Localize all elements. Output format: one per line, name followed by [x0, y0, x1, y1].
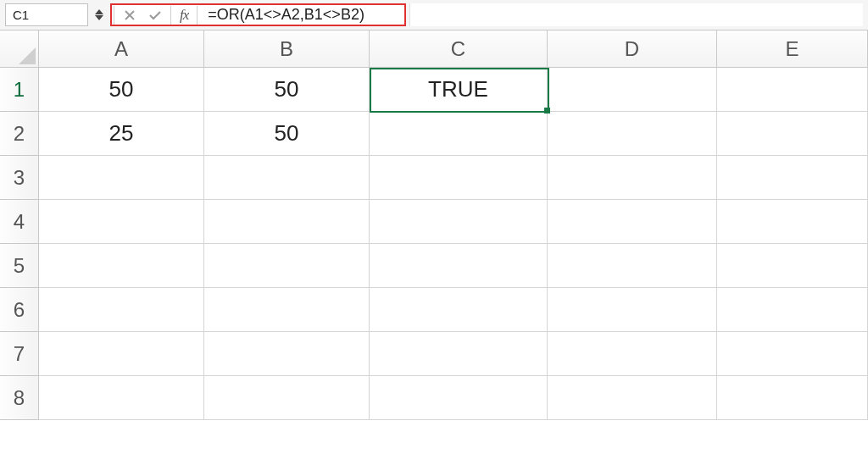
cell-B7[interactable]: [204, 332, 370, 376]
chevron-down-icon: [95, 15, 103, 20]
cell-D5[interactable]: [548, 244, 717, 288]
formula-bar-controls: fx =OR(A1<>A2,B1<>B2): [110, 3, 406, 26]
sheet-row: 6: [0, 288, 868, 332]
svg-marker-1: [95, 15, 103, 20]
triangle-icon: [19, 47, 36, 64]
cell-E2[interactable]: [717, 112, 868, 156]
sheet-row: 2 25 50: [0, 112, 868, 156]
sheet-row: 3: [0, 156, 868, 200]
spreadsheet-grid: A B C D E 1 50 50 TRUE 2 25 50 3 4: [0, 30, 868, 420]
accept-formula-button[interactable]: [145, 5, 165, 25]
cell-B8[interactable]: [204, 376, 370, 420]
cell-E4[interactable]: [717, 200, 868, 244]
cell-B5[interactable]: [204, 244, 370, 288]
formula-bar: C1 fx =OR(A1<>A2,B1<>B2): [0, 0, 868, 30]
name-box[interactable]: C1: [5, 3, 88, 26]
formula-text: =OR(A1<>A2,B1<>B2): [208, 6, 364, 24]
cell-D8[interactable]: [548, 376, 717, 420]
cell-B1[interactable]: 50: [204, 68, 370, 112]
column-header-row: A B C D E: [0, 30, 868, 68]
cell-B3[interactable]: [204, 156, 370, 200]
cell-E8[interactable]: [717, 376, 868, 420]
row-header-1[interactable]: 1: [0, 68, 39, 112]
formula-bar-spacer: [409, 3, 863, 26]
cancel-formula-button[interactable]: [120, 5, 140, 25]
cell-E7[interactable]: [717, 332, 868, 376]
cell-B4[interactable]: [204, 200, 370, 244]
cell-E3[interactable]: [717, 156, 868, 200]
row-header-7[interactable]: 7: [0, 332, 39, 376]
cell-A2[interactable]: 25: [39, 112, 204, 156]
divider: [114, 6, 114, 25]
column-header-E[interactable]: E: [717, 30, 868, 68]
row-header-5[interactable]: 5: [0, 244, 39, 288]
cell-E1[interactable]: [717, 68, 868, 112]
cell-A4[interactable]: [39, 200, 204, 244]
row-header-6[interactable]: 6: [0, 288, 39, 332]
cell-C2[interactable]: [370, 112, 548, 156]
column-header-C[interactable]: C: [370, 30, 548, 68]
cell-D3[interactable]: [548, 156, 717, 200]
divider: [197, 6, 198, 25]
svg-marker-4: [19, 47, 36, 64]
chevron-up-icon: [95, 9, 103, 14]
cell-D1[interactable]: [548, 68, 717, 112]
sheet-row: 7: [0, 332, 868, 376]
check-icon: [148, 9, 162, 21]
cell-E5[interactable]: [717, 244, 868, 288]
cell-C1[interactable]: TRUE: [370, 68, 548, 112]
select-all-corner[interactable]: [0, 30, 39, 68]
column-header-A[interactable]: A: [39, 30, 204, 68]
cell-C8[interactable]: [370, 376, 548, 420]
column-header-D[interactable]: D: [548, 30, 717, 68]
row-header-3[interactable]: 3: [0, 156, 39, 200]
row-header-4[interactable]: 4: [0, 200, 39, 244]
cell-B2[interactable]: 50: [204, 112, 370, 156]
row-header-2[interactable]: 2: [0, 112, 39, 156]
cell-E6[interactable]: [717, 288, 868, 332]
cell-B6[interactable]: [204, 288, 370, 332]
svg-marker-0: [95, 9, 103, 14]
name-box-dropdown[interactable]: [92, 3, 107, 26]
sheet-row: 4: [0, 200, 868, 244]
cell-C3[interactable]: [370, 156, 548, 200]
cell-C5[interactable]: [370, 244, 548, 288]
cell-A7[interactable]: [39, 332, 204, 376]
cell-D2[interactable]: [548, 112, 717, 156]
sheet-row: 8: [0, 376, 868, 420]
formula-input[interactable]: =OR(A1<>A2,B1<>B2): [203, 6, 399, 24]
cell-C6[interactable]: [370, 288, 548, 332]
sheet-row: 5: [0, 244, 868, 288]
cell-A8[interactable]: [39, 376, 204, 420]
cell-A5[interactable]: [39, 244, 204, 288]
row-header-8[interactable]: 8: [0, 376, 39, 420]
cell-C4[interactable]: [370, 200, 548, 244]
x-icon: [124, 9, 136, 21]
cell-D6[interactable]: [548, 288, 717, 332]
column-header-B[interactable]: B: [204, 30, 370, 68]
cell-A3[interactable]: [39, 156, 204, 200]
cell-C7[interactable]: [370, 332, 548, 376]
cell-D7[interactable]: [548, 332, 717, 376]
name-box-value: C1: [13, 8, 29, 22]
divider: [170, 6, 171, 25]
cell-D4[interactable]: [548, 200, 717, 244]
cell-A1[interactable]: 50: [39, 68, 204, 112]
fx-button[interactable]: fx: [176, 7, 192, 24]
sheet-row: 1 50 50 TRUE: [0, 68, 868, 112]
cell-A6[interactable]: [39, 288, 204, 332]
